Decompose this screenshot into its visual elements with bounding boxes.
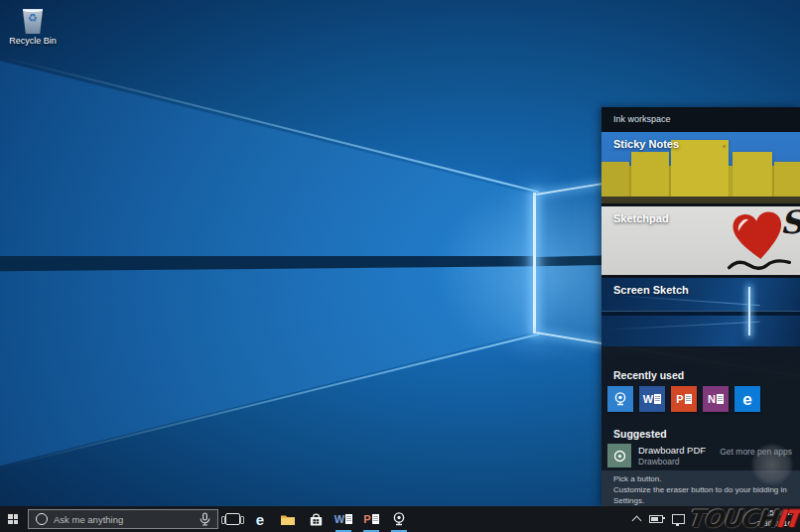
cortana-icon bbox=[36, 513, 48, 525]
battery-icon[interactable] bbox=[649, 515, 663, 523]
suggested-app-subtitle: Drawboard bbox=[638, 457, 706, 466]
recently-used-tiles: W P N e bbox=[607, 386, 800, 412]
hint-line-2: Customize the eraser button to do your b… bbox=[613, 485, 800, 507]
screenshot-beam bbox=[601, 322, 760, 331]
drawboard-pdf-tile bbox=[607, 444, 631, 467]
onenote-icon: N bbox=[708, 394, 724, 405]
taskbar-store-button[interactable] bbox=[302, 506, 330, 532]
powerpoint-icon: P bbox=[676, 394, 691, 405]
tile-onenote[interactable]: N bbox=[703, 386, 729, 412]
sketchpad-title: Sketchpad bbox=[613, 212, 669, 224]
task-view-button[interactable] bbox=[218, 506, 246, 532]
sticky-notes-title: Sticky Notes bbox=[613, 138, 679, 150]
edge-icon: e bbox=[742, 391, 751, 408]
recently-used-label: Recently used bbox=[613, 369, 800, 381]
drawboard-pdf-icon bbox=[612, 449, 627, 464]
taskbar: e W P bbox=[0, 506, 800, 532]
sticky-notes-shelf bbox=[601, 197, 800, 203]
word-icon: W bbox=[643, 394, 661, 405]
taskbar-camera-app-button[interactable] bbox=[385, 506, 413, 532]
edge-icon: e bbox=[256, 512, 264, 527]
microphone-icon[interactable] bbox=[199, 512, 211, 526]
clock-time: 8:53 AM bbox=[756, 508, 792, 519]
sticky-note bbox=[774, 162, 800, 197]
sticky-notes-section[interactable]: + x Sticky Notes bbox=[601, 132, 800, 203]
store-icon bbox=[309, 512, 324, 527]
tile-camera-app[interactable] bbox=[607, 386, 633, 412]
search-input[interactable] bbox=[54, 514, 199, 525]
screenshot-crossbar bbox=[601, 311, 800, 316]
recycle-bin-label: Recycle Bin bbox=[4, 36, 62, 46]
task-view-icon bbox=[225, 513, 240, 525]
clock-date: 3/30/2016 bbox=[756, 519, 792, 530]
suggested-label: Suggested bbox=[613, 428, 800, 440]
taskbar-edge-button[interactable]: e bbox=[246, 506, 274, 532]
tile-powerpoint[interactable]: P bbox=[671, 386, 697, 412]
taskbar-clock[interactable]: 8:53 AM 3/30/2016 bbox=[756, 508, 792, 530]
file-explorer-icon bbox=[280, 513, 296, 526]
sticky-note: + x bbox=[671, 140, 729, 197]
recycle-bin-desktop-icon[interactable]: ♻ Recycle Bin bbox=[4, 6, 62, 46]
tile-word[interactable]: W bbox=[639, 386, 665, 412]
display-icon[interactable] bbox=[672, 514, 685, 524]
word-icon: W bbox=[334, 514, 352, 525]
windows-logo-icon bbox=[8, 514, 18, 524]
taskbar-file-explorer-button[interactable] bbox=[274, 506, 302, 532]
wallpaper-window-edge bbox=[533, 193, 536, 333]
taskbar-powerpoint-button[interactable]: P bbox=[357, 506, 385, 532]
screen-sketch-title: Screen Sketch bbox=[613, 284, 689, 296]
taskbar-word-button[interactable]: W bbox=[330, 506, 357, 532]
ink-workspace-header: Ink workspace bbox=[601, 107, 800, 132]
camera-app-icon bbox=[612, 391, 628, 407]
camera-app-icon bbox=[391, 511, 407, 527]
powerpoint-icon: P bbox=[363, 514, 378, 525]
screen-sketch-section[interactable]: Screen Sketch bbox=[601, 278, 800, 346]
screenshot-window-edge bbox=[748, 287, 750, 335]
show-hidden-icons-chevron[interactable] bbox=[632, 515, 642, 525]
sticky-note bbox=[631, 152, 669, 197]
suggested-app-title: Drawboard PDF bbox=[638, 445, 706, 456]
system-tray bbox=[633, 506, 685, 532]
cortana-search-box[interactable] bbox=[28, 509, 218, 529]
desktop-screen: ♻ Recycle Bin Ink workspace + x Sticky N… bbox=[0, 0, 800, 532]
tile-edge[interactable]: e bbox=[734, 386, 760, 412]
sketchpad-section[interactable]: S Sketchpad bbox=[601, 206, 800, 275]
calligraphy-s-icon: S bbox=[780, 206, 800, 238]
touch-cursor-indicator bbox=[751, 444, 793, 485]
sticky-note bbox=[601, 162, 629, 197]
recycle-bin-icon: ♻ bbox=[21, 6, 45, 34]
ink-squiggle-icon bbox=[727, 256, 792, 274]
start-button[interactable] bbox=[0, 506, 26, 532]
sticky-note bbox=[733, 152, 772, 197]
